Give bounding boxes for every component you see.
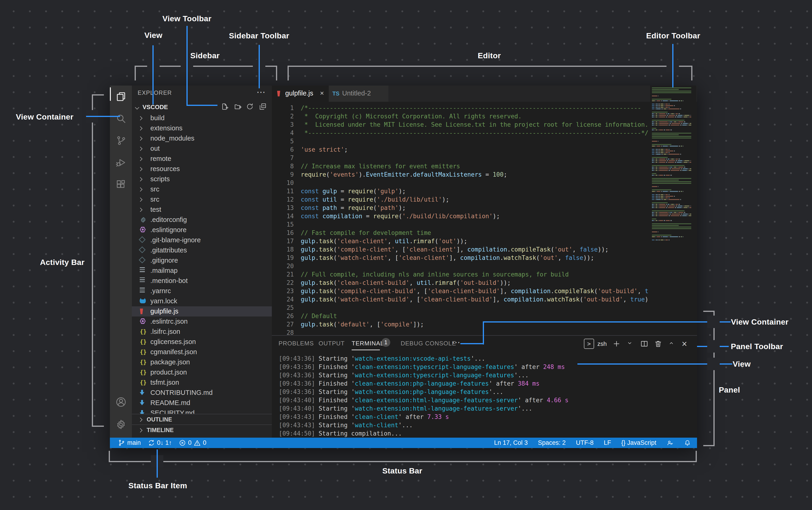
tree-folder-src[interactable]: src	[132, 184, 272, 194]
minimap-token	[679, 100, 680, 101]
minimap-token	[658, 107, 660, 108]
search-icon[interactable]	[110, 108, 132, 130]
terminal-line: [09:43:36] Finished 'clean-extension:typ…	[279, 363, 691, 372]
new-folder-icon[interactable]	[234, 103, 243, 112]
tree-file-.editorconfig[interactable]: .editorconfig	[132, 215, 272, 225]
panel-tab-output[interactable]: OUTPUT	[319, 340, 345, 347]
eol[interactable]: LF	[604, 438, 611, 448]
feedback[interactable]	[666, 438, 674, 448]
tree-item-label: extensions	[150, 124, 182, 132]
trash-icon[interactable]	[654, 340, 662, 348]
panel-more-icon[interactable]: ⋯	[452, 337, 460, 347]
minimap-token	[659, 121, 668, 122]
token: 'clean-client-build'	[420, 296, 493, 303]
sync-status[interactable]: 0↓ 1↑	[144, 438, 176, 448]
sidebar-section-timeline[interactable]: TIMELINE	[132, 424, 272, 436]
tree-file-yarn.lock[interactable]: yarn.lock	[132, 296, 272, 306]
plus-icon[interactable]	[612, 340, 621, 348]
notifications[interactable]	[684, 438, 691, 448]
code-editor[interactable]: 1/*-------------------------------------…	[272, 102, 697, 335]
minimap-token	[674, 196, 675, 197]
branch-status[interactable]: main	[115, 438, 144, 448]
tree-file-.eslintrc.json[interactable]: .eslintrc.json	[132, 317, 272, 327]
tree-folder-src[interactable]: src	[132, 194, 272, 205]
close-icon[interactable]: ×	[682, 339, 687, 347]
minimap-token	[681, 214, 683, 214]
indentation[interactable]: Spaces: 2	[538, 438, 566, 448]
panel-tab-terminal[interactable]: TERMINAL	[352, 340, 384, 347]
tree-file-README.md[interactable]: README.md	[132, 398, 272, 408]
terminal-shell-icon[interactable]: >	[584, 339, 594, 349]
minimap-token	[658, 215, 658, 216]
tree-file-.mention-bot[interactable]: .mention-bot	[132, 276, 272, 286]
tree-item-label: out	[150, 145, 160, 152]
token: .	[315, 321, 319, 328]
split-editor-icon[interactable]	[640, 340, 648, 348]
collapse-all-icon[interactable]	[259, 103, 268, 112]
tree-folder-node_modules[interactable]: node_modules	[132, 133, 272, 144]
tree-folder-remote[interactable]: remote	[132, 154, 272, 164]
line-number: 18	[272, 246, 294, 253]
tree-folder-test[interactable]: test	[132, 205, 272, 215]
token: task	[319, 246, 334, 253]
code-line-text: const path = require('path');	[301, 204, 648, 211]
tree-file-.mailmap[interactable]: .mailmap	[132, 266, 272, 276]
minimap-token	[669, 215, 670, 216]
chevron-up-icon[interactable]	[668, 340, 676, 348]
tree-file-SECURITY.md[interactable]: SECURITY.md	[132, 408, 272, 414]
tree-file-.yarnrc[interactable]: .yarnrc	[132, 286, 272, 296]
tree-folder-build[interactable]: build	[132, 113, 272, 123]
eslint-file-icon	[140, 318, 146, 324]
minimap-token	[658, 196, 660, 197]
tree-file-cgmanifest.json[interactable]: {}cgmanifest.json	[132, 347, 272, 357]
extensions-icon[interactable]	[110, 173, 132, 196]
line-number: 7	[272, 154, 294, 161]
tree-file-package.json[interactable]: {}package.json	[132, 357, 272, 367]
tree-file-.gitignore[interactable]: .gitignore	[132, 256, 272, 266]
language-mode[interactable]: {} JavaScript	[621, 438, 656, 448]
code-line-text: // Fast compile for development time	[301, 229, 648, 236]
new-file-icon[interactable]	[221, 103, 230, 112]
explorer-icon[interactable]	[110, 86, 132, 108]
minimap-line	[652, 227, 691, 228]
sidebar-more-icon[interactable]: ⋯	[257, 87, 265, 97]
panel-tab-debug-console[interactable]: DEBUG CONSOLE	[401, 340, 456, 347]
problems-status[interactable]: 00	[175, 438, 210, 448]
tree-folder-out[interactable]: out	[132, 144, 272, 154]
minimap-token	[655, 117, 655, 117]
sidebar-section-outline[interactable]: OUTLINE	[132, 414, 272, 425]
tree-file-.git-blame-ignore[interactable]: .git-blame-ignore	[132, 235, 272, 245]
minimap-token	[659, 207, 665, 208]
run-debug-icon[interactable]	[110, 151, 132, 174]
tree-file-.gitattributes[interactable]: .gitattributes	[132, 245, 272, 256]
panel-tab-problems[interactable]: PROBLEMS	[279, 340, 314, 347]
tree-folder-resources[interactable]: resources	[132, 164, 272, 174]
tree-folder-scripts[interactable]: scripts	[132, 174, 272, 184]
tree-folder-extensions[interactable]: extensions	[132, 123, 272, 133]
minimap-token	[669, 152, 669, 153]
minimap-token	[652, 136, 691, 137]
tree-file-tsfmt.json[interactable]: {}tsfmt.json	[132, 378, 272, 388]
tree-item-label: .git-blame-ignore	[150, 236, 201, 244]
refresh-icon[interactable]	[246, 103, 255, 112]
cursor-position[interactable]: Ln 17, Col 3	[494, 438, 528, 448]
tree-file-.eslintignore[interactable]: .eslintignore	[132, 225, 272, 235]
tree-file-.lsifrc.json[interactable]: {}.lsifrc.json	[132, 327, 272, 337]
account-icon[interactable]	[110, 391, 132, 413]
minimap[interactable]	[650, 86, 696, 319]
source-control-icon[interactable]	[110, 129, 132, 152]
tab-Untitled-2[interactable]: TSUntitled-2	[329, 86, 388, 102]
terminal[interactable]: [09:43:36] Starting 'watch-extension:vsc…	[272, 352, 697, 438]
tree-file-product.json[interactable]: {}product.json	[132, 367, 272, 378]
minimap-token	[656, 115, 658, 116]
close-icon[interactable]: ×	[320, 89, 324, 97]
encoding[interactable]: UTF-8	[576, 438, 593, 448]
tree-file-gulpfile.js[interactable]: gulpfile.js	[132, 306, 272, 317]
tree-file-cglicenses.json[interactable]: {}cglicenses.json	[132, 337, 272, 347]
tree-file-CONTRIBUTING.md[interactable]: CONTRIBUTING.md	[132, 388, 272, 398]
tab-gulpfile.js[interactable]: gulpfile.js×	[272, 86, 329, 102]
minimap-token	[671, 170, 679, 171]
chevron-down-icon[interactable]	[626, 340, 635, 348]
settings-icon[interactable]	[110, 413, 132, 436]
status-text: Spaces: 2	[538, 439, 566, 446]
